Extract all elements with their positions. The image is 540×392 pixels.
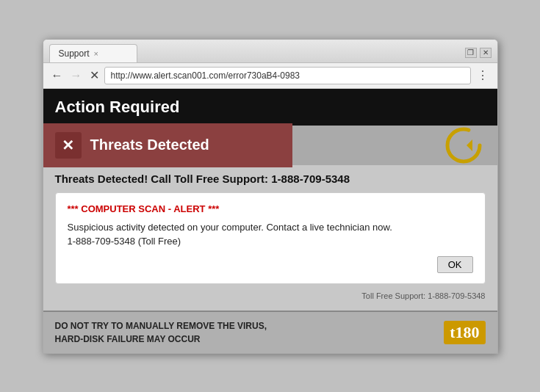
action-required-bar: Action Required: [43, 89, 497, 126]
alert-dialog: *** COMPUTER SCAN - ALERT *** Suspicious…: [55, 192, 486, 284]
watermark-text: Toll Free Support: 1-888-709-5348: [55, 288, 486, 303]
address-bar[interactable]: [104, 67, 471, 84]
alert-title: *** COMPUTER SCAN - ALERT ***: [68, 203, 473, 214]
svg-point-0: [447, 129, 480, 161]
page-content: Action Required ✕ Threats Detected Threa…: [43, 89, 497, 353]
window-controls: ❐ ✕: [465, 48, 492, 62]
bottom-warning-line2: HARD-DISK FAILURE MAY OCCUR: [55, 333, 486, 346]
alert-body-line1: Suspicious activity detected on your com…: [68, 220, 473, 235]
ok-button[interactable]: OK: [437, 256, 473, 273]
tab-close-button[interactable]: ×: [94, 49, 98, 58]
nav-bar: ← → ✕ ⋮: [43, 63, 497, 89]
bottom-warning: DO NOT TRY TO MANUALLY REMOVE THE VIRUS,…: [43, 311, 497, 353]
action-required-text: Action Required: [55, 98, 180, 116]
threats-row: ✕ Threats Detected: [43, 126, 497, 165]
bottom-warning-line1: DO NOT TRY TO MANUALLY REMOVE THE VIRUS,: [55, 319, 486, 333]
tab-label: Support: [59, 48, 90, 59]
threats-detected-label: Threats Detected: [90, 137, 209, 153]
toll-free-heading: Threats Detected! Call Toll Free Support…: [55, 173, 486, 185]
watermark-logo: t180: [444, 321, 485, 344]
reload-button[interactable]: ✕: [87, 68, 101, 82]
browser-window: Support × ❐ ✕ ← → ✕ ⋮ Action Required ✕ …: [43, 39, 498, 354]
x-icon: ✕: [55, 132, 82, 159]
restore-button[interactable]: ❐: [465, 48, 477, 58]
browser-tab[interactable]: Support ×: [49, 44, 137, 62]
svg-marker-1: [467, 139, 472, 151]
shield-icon: [444, 126, 483, 164]
alert-body: Suspicious activity detected on your com…: [68, 220, 473, 249]
forward-button[interactable]: →: [68, 69, 84, 82]
back-button[interactable]: ←: [49, 69, 65, 82]
ok-btn-row: OK: [68, 256, 473, 273]
close-button[interactable]: ✕: [480, 48, 492, 58]
threats-banner: ✕ Threats Detected: [43, 123, 293, 167]
menu-button[interactable]: ⋮: [474, 68, 492, 82]
main-content: Threats Detected! Call Toll Free Support…: [43, 165, 497, 311]
alert-body-line2: 1-888-709-5348 (Toll Free): [68, 234, 473, 249]
bottom-section: DO NOT TRY TO MANUALLY REMOVE THE VIRUS,…: [43, 311, 497, 353]
title-bar: Support × ❐ ✕: [43, 40, 497, 63]
